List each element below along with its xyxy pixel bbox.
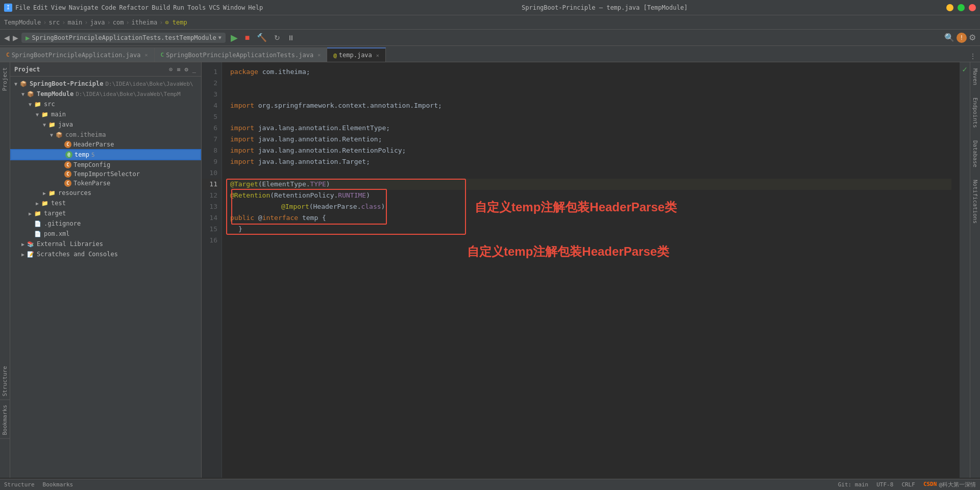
stop-button[interactable]: ■ [243, 33, 252, 42]
tree-item-temp[interactable]: ▶ @ temp 5 [10, 149, 201, 160]
tree-item-src[interactable]: ▼ 📁 src [10, 99, 201, 109]
sidebar-database[interactable]: Database [971, 136, 979, 172]
sidebar-endpoints[interactable]: Endpoints [971, 93, 979, 132]
java-folder-icon: 📁 [48, 120, 56, 129]
tree-item-tempmodule[interactable]: ▼ 📦 TempModule D:\IDEA\idea\Boke\JavaWeb… [10, 89, 201, 99]
tree-arrow-scratches[interactable]: ▶ [19, 252, 27, 257]
tree-item-headerparse[interactable]: ▶ C HeaderParse [10, 140, 201, 149]
tree-item-java[interactable]: ▼ 📁 java [10, 119, 201, 130]
tree-item-tokenparse[interactable]: ▶ C TokenParse [10, 179, 201, 188]
back-button[interactable]: ◀ [4, 34, 10, 42]
tree-item-gitignore[interactable]: ▶ 📄 .gitignore [10, 218, 201, 229]
menu-edit[interactable]: Edit [33, 4, 48, 11]
tree-item-resources[interactable]: ▶ 📁 resources [10, 188, 201, 198]
code-valid-checkmark[interactable]: ✓ [962, 64, 967, 74]
tab-more-button[interactable]: ⋮ [966, 51, 980, 62]
minimize-button[interactable] [946, 4, 953, 11]
tree-item-com-itheima[interactable]: ▼ 📦 com.itheima [10, 130, 201, 140]
tab-close-icon[interactable]: ✕ [145, 52, 148, 58]
test-icon: 📁 [41, 199, 49, 207]
project-settings-icon[interactable]: ⚙ [184, 65, 189, 74]
breadcrumb-src[interactable]: src [48, 19, 60, 26]
menu-build[interactable]: Build [152, 4, 170, 11]
tab-label-springboot: SpringBootPrincipleApplication.java [12, 52, 141, 59]
tree-arrow-target[interactable]: ▶ [27, 211, 34, 216]
tree-item-test[interactable]: ▶ 📁 test [10, 198, 201, 208]
menu-run[interactable]: Run [173, 4, 184, 11]
line-num-15: 15 [202, 224, 222, 235]
run-config-dropdown[interactable]: ▼ [218, 35, 222, 40]
bookmarks-vertical-label[interactable]: Bookmarks [0, 402, 10, 439]
menu-navigate[interactable]: Navigate [69, 4, 99, 11]
breadcrumb-tempmodule[interactable]: TempModule [4, 19, 41, 26]
run-button[interactable]: ▶ [229, 32, 240, 43]
refresh-button[interactable]: ↻ [272, 34, 282, 42]
menu-tools[interactable]: Tools [187, 4, 206, 11]
tokenparse-icon: C [64, 180, 71, 187]
breadcrumb-itheima[interactable]: itheima [132, 19, 158, 26]
project-minimize-icon[interactable]: _ [191, 65, 197, 74]
encoding-status[interactable]: UTF-8 [876, 481, 893, 488]
menu-vcs[interactable]: VCS [209, 4, 220, 11]
notification-button[interactable]: ! [957, 33, 967, 43]
tree-arrow-com[interactable]: ▼ [48, 132, 55, 138]
tree-arrow-resources[interactable]: ▶ [41, 190, 48, 196]
settings-button[interactable]: ⚙ [969, 33, 976, 42]
tree-item-scratches[interactable]: ▶ 📝 Scratches and Consoles [10, 249, 201, 259]
tree-arrow-external[interactable]: ▶ [19, 241, 27, 247]
menu-code[interactable]: Code [102, 4, 116, 11]
tree-arrow-tempmodule[interactable]: ▼ [19, 91, 27, 97]
maximize-button[interactable] [958, 4, 965, 11]
springboot-path: D:\IDEA\idea\Boke\JavaWeb\ [106, 81, 193, 87]
breadcrumb-java[interactable]: java [90, 19, 105, 26]
tree-arrow-java[interactable]: ▼ [41, 122, 48, 128]
coverage-button[interactable]: ⏸ [285, 34, 297, 42]
tab-temp[interactable]: @ temp.java ✕ [327, 47, 386, 62]
search-button[interactable]: 🔍 [944, 33, 954, 42]
csdn-tagline: @科大第一深情 [939, 481, 976, 488]
structure-label[interactable]: Structure [4, 481, 35, 488]
tree-arrow-test[interactable]: ▶ [34, 201, 41, 206]
menu-help[interactable]: Help [248, 4, 263, 11]
sidebar-maven[interactable]: Maven [971, 64, 979, 89]
tab-close-tests-icon[interactable]: ✕ [317, 52, 321, 58]
line-num-9: 9 [202, 156, 222, 167]
tree-item-external-libraries[interactable]: ▶ 📚 External Libraries [10, 239, 201, 249]
breadcrumb-temp[interactable]: ⊙ temp [165, 19, 187, 26]
code-content[interactable]: package com.itheima; import org.springfr… [222, 62, 960, 478]
build-button[interactable]: 🔨 [255, 33, 269, 42]
git-status[interactable]: Git: main [838, 481, 869, 488]
sidebar-item-project[interactable]: Project [1, 64, 9, 94]
tree-item-target[interactable]: ▶ 📁 target [10, 208, 201, 218]
tree-item-tempimportselector[interactable]: ▶ C TempImportSelector [10, 169, 201, 179]
tab-springboot-application[interactable]: C SpringBootPrincipleApplication.java ✕ [0, 47, 155, 62]
forward-button[interactable]: ▶ [13, 34, 18, 42]
tree-arrow-springboot[interactable]: ▼ [12, 81, 19, 87]
csdn-watermark: CSDN @科大第一深情 [923, 481, 976, 488]
sidebar-notifications[interactable]: Notifications [971, 176, 979, 228]
tab-close-temp-icon[interactable]: ✕ [376, 53, 379, 58]
tree-item-springboot-principle[interactable]: ▼ 📦 SpringBoot-Principle D:\IDEA\idea\Bo… [10, 79, 201, 89]
tree-item-pom[interactable]: ▶ 📄 pom.xml [10, 229, 201, 239]
close-button[interactable] [969, 4, 976, 11]
tree-arrow-src[interactable]: ▼ [27, 102, 34, 107]
resources-icon: 📁 [48, 189, 56, 197]
breadcrumb-com[interactable]: com [113, 19, 124, 26]
menu-file[interactable]: File [15, 4, 30, 11]
tree-item-main[interactable]: ▼ 📁 main [10, 109, 201, 119]
tree-item-tempconfig[interactable]: ▶ C TempConfig [10, 160, 201, 169]
target-label: target [44, 210, 66, 217]
project-locate-icon[interactable]: ⊙ [168, 65, 174, 74]
menu-window[interactable]: Window [223, 4, 245, 11]
line-separator[interactable]: CRLF [901, 481, 915, 488]
project-expand-icon[interactable]: ≡ [176, 65, 181, 74]
tab-springboot-tests[interactable]: C SpringBootPrincipleApplicationTests.ja… [155, 47, 328, 62]
breadcrumb-main[interactable]: main [67, 19, 82, 26]
external-icon: 📚 [27, 240, 35, 248]
run-config[interactable]: ▶ SpringBootPrincipleApplicationTests.te… [21, 33, 226, 43]
menu-refactor[interactable]: Refactor [119, 4, 149, 11]
tree-arrow-main[interactable]: ▼ [34, 112, 41, 117]
menu-view[interactable]: View [51, 4, 66, 11]
structure-vertical-label[interactable]: Structure [0, 363, 10, 400]
bookmarks-label[interactable]: Bookmarks [43, 481, 74, 488]
